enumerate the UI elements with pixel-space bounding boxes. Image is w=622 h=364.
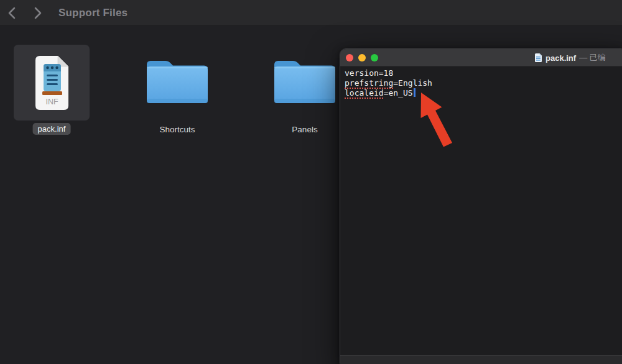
misspelled-word: prefstring [345,78,393,88]
editor-text-area[interactable]: version=18 prefstring=English localeid=e… [340,66,622,98]
folder-icon [144,57,210,107]
chevron-left-icon [7,6,17,20]
folder-icon [272,57,338,107]
inf-document-icon: INF [32,54,72,112]
misspelled-word: localeid [345,88,384,98]
zoom-button[interactable] [371,54,378,61]
editor-title-status: — 已编 [579,52,606,63]
editor-line: version=18 [345,68,622,78]
back-button[interactable] [4,5,20,21]
folder-label[interactable]: Shortcuts [159,125,195,134]
minimize-button[interactable] [358,54,366,61]
editor-title-filename: pack.inf [545,53,576,63]
chevron-right-icon [33,6,43,20]
file-type-badge: INF [45,98,58,106]
traffic-lights [346,54,378,61]
finder-path-title: Support Files [58,7,128,19]
document-proxy-icon [534,53,542,63]
text-cursor [414,88,415,97]
close-button[interactable] [346,54,353,61]
file-label[interactable]: pack.inf [33,123,71,135]
editor-line: prefstring=English [345,78,622,88]
editor-title: pack.inf — 已编 [534,49,606,66]
text-editor-window: pack.inf — 已编 version=18 prefstring=Engl… [340,48,622,364]
folder-label[interactable]: Panels [292,125,317,134]
editor-titlebar[interactable]: pack.inf — 已编 [340,49,622,66]
finder-toolbar: Support Files [0,0,622,26]
editor-footer-bar [340,355,622,364]
finder-window: Support Files INF pack.inf [0,0,622,364]
editor-line: localeid=en_US [345,88,622,98]
forward-button[interactable] [30,5,46,21]
